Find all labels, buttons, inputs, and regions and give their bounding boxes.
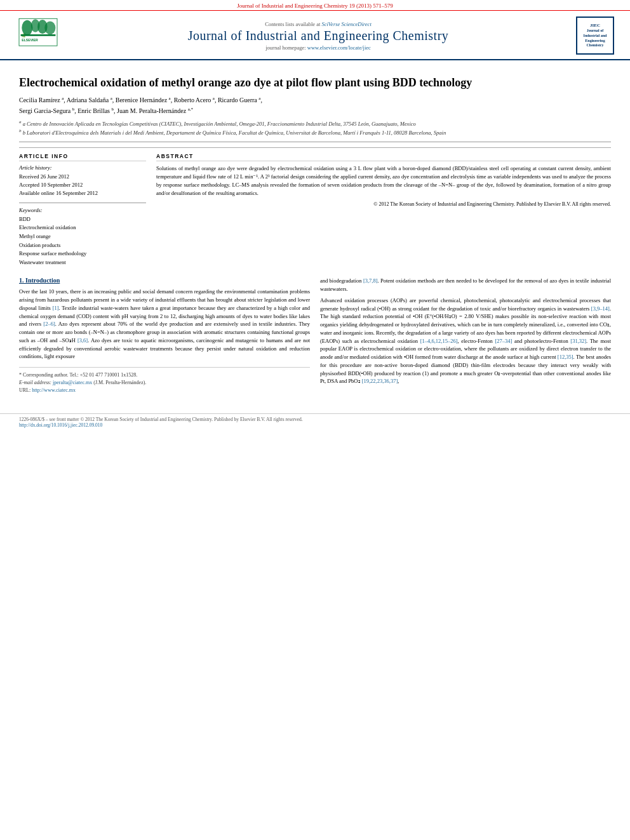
article-title: Electrochemical oxidation of methyl oran… — [19, 76, 611, 90]
banner-text: Journal of Industrial and Engineering Ch… — [237, 3, 392, 9]
keywords-section: Keywords: BDD Electrochemical oxidation … — [19, 207, 146, 267]
intro-paragraph-right: and biodegradation [3,7,8]. Potent oxida… — [320, 277, 611, 385]
svg-point-2 — [22, 20, 32, 36]
issn-line: 1226-086X/$ – see front matter © 2012 Th… — [19, 417, 611, 422]
footnote-star: * Corresponding author. Tel.: +52 01 477… — [19, 371, 310, 379]
journal-homepage: journal homepage: www.elsevier.com/locat… — [70, 44, 566, 51]
journal-title-block: Contents lists available at SciVerse Sci… — [64, 21, 573, 51]
doi-line[interactable]: http://dx.doi.org/10.1016/j.jiec.2012.09… — [19, 422, 611, 428]
intro-title: 1. Introduction — [19, 277, 310, 284]
intro-left-column: 1. Introduction Over the last 10 years, … — [19, 277, 310, 394]
contents-line: Contents lists available at SciVerse Sci… — [70, 21, 566, 27]
intro-paragraph-left: Over the last 10 years, there is an incr… — [19, 288, 310, 361]
svg-point-5 — [44, 22, 55, 35]
affiliation-a: a a Centro de Innovación Aplicada en Tec… — [19, 119, 611, 128]
accepted-date: Accepted 10 September 2012 — [19, 181, 146, 189]
copyright-line: © 2012 The Korean Society of Industrial … — [156, 201, 611, 208]
article-body: Electrochemical oxidation of methyl oran… — [0, 60, 630, 407]
history-label: Article history: — [19, 164, 146, 171]
footnotes: * Corresponding author. Tel.: +52 01 477… — [19, 367, 310, 394]
abstract-heading: ABSTRACT — [156, 153, 611, 161]
keyword-oxidation-products: Oxidation products — [19, 241, 146, 250]
journal-header: 🌿 ELSEVIER Contents lists available at S… — [0, 11, 630, 60]
journal-main-title: Journal of Industrial and Engineering Ch… — [70, 29, 566, 43]
article-history: Article history: Received 26 June 2012 A… — [19, 164, 146, 197]
sciverse-link[interactable]: SciVerse ScienceDirect — [321, 21, 371, 27]
abstract-column: ABSTRACT Solutions of methyl orange azo … — [156, 153, 611, 267]
bottom-bar: 1226-086X/$ – see front matter © 2012 Th… — [0, 413, 630, 430]
svg-text:ELSEVIER: ELSEVIER — [22, 38, 38, 42]
article-info-column: ARTICLE INFO Article history: Received 2… — [19, 153, 146, 267]
article-info-heading: ARTICLE INFO — [19, 153, 146, 161]
footnote-url: URL: http://www.ciatec.mx — [19, 387, 310, 394]
introduction-section: 1. Introduction Over the last 10 years, … — [19, 277, 611, 394]
jiech-logo-box: JIEC Journal of Industrial and Engineeri… — [576, 17, 614, 55]
affiliations: a a Centro de Innovación Aplicada en Tec… — [19, 119, 611, 137]
footnote-email: E-mail address: jperalta@ciatec.mx (J.M.… — [19, 379, 310, 387]
svg-rect-6 — [21, 34, 56, 36]
affiliation-b: b b Laboratori d'Electroquímica dels Mat… — [19, 128, 611, 137]
journal-banner: Journal of Industrial and Engineering Ch… — [0, 0, 630, 11]
article-info-abstract-section: ARTICLE INFO Article history: Received 2… — [19, 147, 611, 267]
info-divider — [19, 203, 146, 203]
abstract-text: Solutions of methyl orange azo dye were … — [156, 164, 611, 197]
available-date: Available online 16 September 2012 — [19, 189, 146, 197]
url-link[interactable]: http://www.ciatec.mx — [32, 387, 76, 393]
keyword-response-surface: Response surface methodology — [19, 250, 146, 258]
received-date: Received 26 June 2012 — [19, 173, 146, 181]
divider — [19, 142, 611, 142]
keyword-wastewater: Wastewater treatment — [19, 258, 146, 267]
elsevier-logo: 🌿 ELSEVIER — [13, 16, 64, 55]
keyword-bdd: BDD — [19, 215, 146, 224]
journal-logo-right: JIEC Journal of Industrial and Engineeri… — [573, 17, 617, 55]
email-link[interactable]: jperalta@ciatec.mx — [53, 380, 92, 385]
keyword-methyl-orange: Methyl orange — [19, 232, 146, 241]
keyword-electrochemical: Electrochemical oxidation — [19, 223, 146, 232]
journal-url[interactable]: www.elsevier.com/locate/jiec — [307, 44, 371, 51]
intro-right-column: and biodegradation [3,7,8]. Potent oxida… — [320, 277, 611, 394]
authors-line: Cecilia Ramírez a, Adriana Saldaña a, Be… — [19, 95, 611, 116]
keywords-label: Keywords: — [19, 207, 146, 213]
